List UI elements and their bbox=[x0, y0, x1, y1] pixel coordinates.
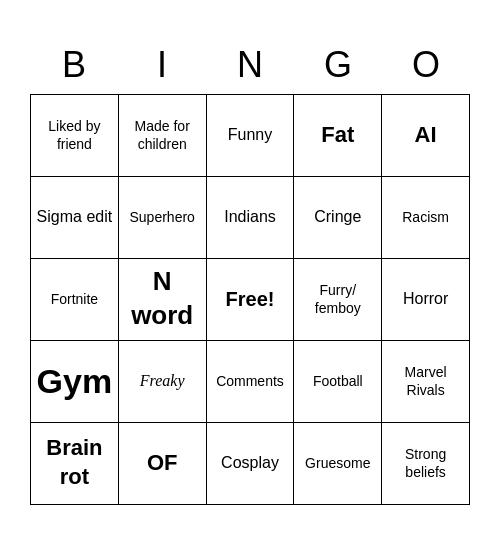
bingo-cell-18: Football bbox=[294, 341, 382, 423]
bingo-cell-12: Free! bbox=[207, 259, 295, 341]
bingo-cell-3: Fat bbox=[294, 95, 382, 177]
bingo-cell-22: Cosplay bbox=[207, 423, 295, 505]
bingo-cell-8: Cringe bbox=[294, 177, 382, 259]
bingo-cell-14: Horror bbox=[382, 259, 470, 341]
bingo-cell-0: Liked by friend bbox=[31, 95, 119, 177]
bingo-letter-o: O bbox=[382, 40, 470, 90]
bingo-cell-17: Comments bbox=[207, 341, 295, 423]
bingo-card: BINGO Liked by friendMade for childrenFu… bbox=[20, 30, 480, 515]
bingo-letter-i: I bbox=[118, 40, 206, 90]
bingo-cell-19: Marvel Rivals bbox=[382, 341, 470, 423]
bingo-letter-n: N bbox=[206, 40, 294, 90]
bingo-cell-15: Gym bbox=[31, 341, 119, 423]
bingo-cell-20: Brain rot bbox=[31, 423, 119, 505]
bingo-cell-21: OF bbox=[119, 423, 207, 505]
bingo-cell-10: Fortnite bbox=[31, 259, 119, 341]
bingo-cell-11: N word bbox=[119, 259, 207, 341]
bingo-letter-g: G bbox=[294, 40, 382, 90]
bingo-cell-16: Freaky bbox=[119, 341, 207, 423]
bingo-cell-13: Furry/ femboy bbox=[294, 259, 382, 341]
bingo-cell-2: Funny bbox=[207, 95, 295, 177]
bingo-cell-6: Superhero bbox=[119, 177, 207, 259]
bingo-cell-7: Indians bbox=[207, 177, 295, 259]
bingo-title: BINGO bbox=[30, 40, 470, 90]
bingo-cell-4: AI bbox=[382, 95, 470, 177]
bingo-cell-1: Made for children bbox=[119, 95, 207, 177]
bingo-cell-24: Strong beliefs bbox=[382, 423, 470, 505]
bingo-letter-b: B bbox=[30, 40, 118, 90]
bingo-cell-5: Sigma edit bbox=[31, 177, 119, 259]
bingo-grid: Liked by friendMade for childrenFunnyFat… bbox=[30, 94, 470, 505]
bingo-cell-9: Racism bbox=[382, 177, 470, 259]
bingo-cell-23: Gruesome bbox=[294, 423, 382, 505]
